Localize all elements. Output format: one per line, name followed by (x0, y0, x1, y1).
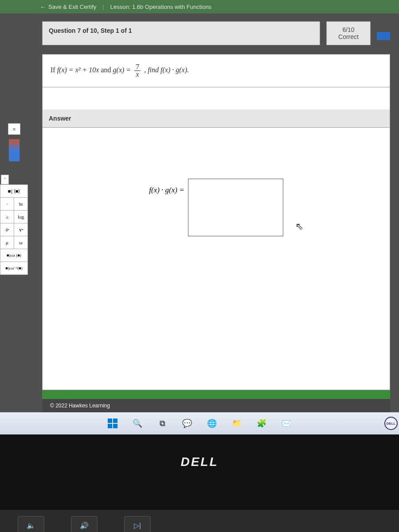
keypad-cot[interactable]: ■) cot (■) (0, 249, 27, 262)
top-green-bar: ← Save & Exit Certify | Lesson: 1.6b Ope… (0, 0, 399, 13)
answer-label: f(x) · g(x) = (149, 179, 184, 195)
keyboard-fn-row: 🔈 🔊 ▷| (0, 510, 399, 532)
math-keypad: × ′ ■] ⟨■⟩ · ln ≥ log 4• ∨• μ ω ■) cot (… (0, 21, 29, 412)
lesson-title: Lesson: 1.6b Operations with Functions (110, 4, 211, 10)
next-icon[interactable]: ▷| (124, 516, 151, 532)
copyright: © 2022 Hawkes Learning (42, 399, 390, 412)
answer-header: Answer (42, 110, 390, 128)
keypad-prime[interactable]: ′ (1, 175, 9, 184)
problem-statement: If f(x) = x² + 10x and g(x) = 7x , find … (42, 54, 390, 87)
mail-icon[interactable]: ✉️ (280, 417, 293, 430)
cursor-icon: ⇖ (295, 221, 303, 232)
laptop-bezel: DELL (0, 434, 399, 510)
main-content: × ′ ■] ⟨■⟩ · ln ≥ log 4• ∨• μ ω ■) cot (… (0, 13, 399, 412)
keypad-ln[interactable]: ln (14, 198, 27, 210)
explorer-icon[interactable]: 📁 (231, 417, 243, 430)
keypad-omega[interactable]: ω (14, 236, 27, 249)
answer-body: f(x) · g(x) = ⇖ (42, 128, 390, 390)
progress-bar-segment (377, 32, 390, 40)
taskview-icon[interactable]: ⧉ (156, 417, 168, 430)
keypad-mu[interactable]: μ (0, 236, 14, 249)
question-progress: Question 7 of 10, Step 1 of 1 (42, 21, 320, 45)
store-icon[interactable]: 🧩 (255, 417, 268, 430)
chat-icon[interactable]: 💬 (181, 417, 193, 430)
keypad-cotinv[interactable]: ■) cot⁻¹(■) (0, 262, 27, 274)
keypad-blank1[interactable]: · (0, 198, 14, 210)
green-footer-strip (42, 390, 390, 399)
vol-up-icon[interactable]: 🔊 (71, 516, 98, 532)
answer-input[interactable] (188, 179, 283, 236)
windows-taskbar[interactable]: 🔍 ⧉ 💬 🌐 📁 🧩 ✉️ (0, 412, 399, 434)
start-icon[interactable] (106, 417, 119, 430)
keypad-log[interactable]: log (14, 211, 27, 223)
score-count: 6/10 (332, 26, 365, 33)
back-arrow-icon[interactable]: ← (40, 4, 46, 10)
vol-icon[interactable]: 🔈 (18, 516, 44, 532)
keypad-ge[interactable]: ≥ (0, 211, 14, 223)
save-exit-link[interactable]: Save & Exit Certify (48, 4, 96, 10)
edge-icon[interactable]: 🌐 (206, 417, 218, 430)
keypad-v[interactable]: ∨• (14, 223, 27, 236)
search-icon[interactable]: 🔍 (131, 417, 144, 430)
question-header-row: Question 7 of 10, Step 1 of 1 6/10 Corre… (42, 21, 390, 45)
keypad-color-swatch (9, 139, 20, 161)
keypad-table: ■] ⟨■⟩ · ln ≥ log 4• ∨• μ ω ■) cot (■) ■… (0, 184, 28, 275)
keypad-4[interactable]: 4• (0, 223, 14, 236)
keypad-close-button[interactable]: × (8, 123, 20, 135)
keypad-bracket[interactable]: ■] ⟨■⟩ (0, 185, 27, 197)
score-box: 6/10 Correct (326, 21, 371, 45)
score-correct: Correct (332, 33, 365, 40)
dell-logo: DELL (180, 455, 218, 469)
dell-sticker: DELL (384, 417, 398, 430)
